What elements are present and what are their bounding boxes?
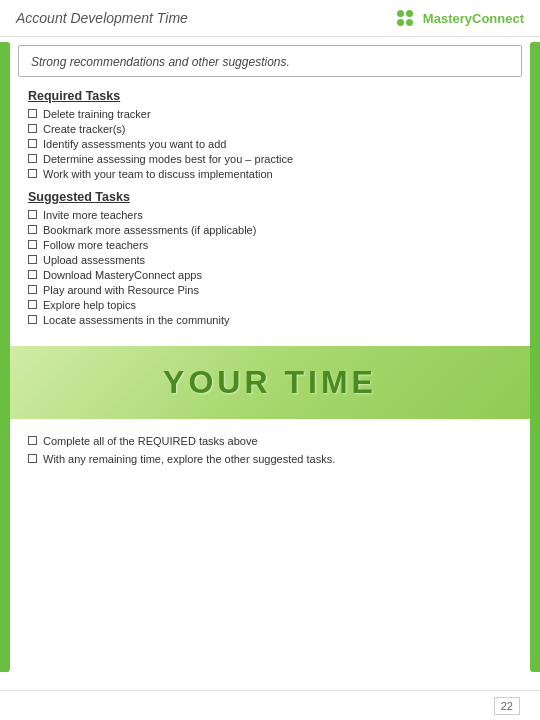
checkbox-icon xyxy=(28,139,37,148)
suggested-tasks-list: Invite more teachers Bookmark more asses… xyxy=(28,209,512,326)
checkbox-icon xyxy=(28,225,37,234)
list-item: Identify assessments you want to add xyxy=(28,138,512,150)
left-accent-bar xyxy=(0,42,10,672)
required-tasks-list: Delete training tracker Create tracker(s… xyxy=(28,108,512,180)
checkbox-icon xyxy=(28,169,37,178)
list-item: Work with your team to discuss implement… xyxy=(28,168,512,180)
list-item: Complete all of the REQUIRED tasks above xyxy=(28,435,512,447)
your-time-section: YOUR TIME xyxy=(0,346,540,419)
list-item: Bookmark more assessments (if applicable… xyxy=(28,224,512,236)
checkbox-icon xyxy=(28,285,37,294)
suggested-tasks-title: Suggested Tasks xyxy=(28,190,512,204)
list-item: Play around with Resource Pins xyxy=(28,284,512,296)
subtitle-text: Strong recommendations and other suggest… xyxy=(31,55,290,69)
logo-text: MasteryConnect xyxy=(423,11,524,26)
list-item: Determine assessing modes best for you –… xyxy=(28,153,512,165)
checkbox-icon xyxy=(28,454,37,463)
checkbox-icon xyxy=(28,154,37,163)
checkbox-icon xyxy=(28,270,37,279)
list-item: Download MasteryConnect apps xyxy=(28,269,512,281)
header-title: Account Development Time xyxy=(16,10,188,26)
main-content: Required Tasks Delete training tracker C… xyxy=(0,85,540,340)
checkbox-icon xyxy=(28,300,37,309)
list-item: Follow more teachers xyxy=(28,239,512,251)
subtitle-bar: Strong recommendations and other suggest… xyxy=(18,45,522,77)
checkbox-icon xyxy=(28,124,37,133)
list-item: Locate assessments in the community xyxy=(28,314,512,326)
checkbox-icon xyxy=(28,240,37,249)
required-tasks-section: Required Tasks Delete training tracker C… xyxy=(28,89,512,180)
logo-icon xyxy=(397,10,417,26)
right-accent-bar xyxy=(530,42,540,672)
required-tasks-title: Required Tasks xyxy=(28,89,512,103)
bottom-tasks-section: Complete all of the REQUIRED tasks above… xyxy=(0,425,540,478)
checkbox-icon xyxy=(28,315,37,324)
suggested-tasks-section: Suggested Tasks Invite more teachers Boo… xyxy=(28,190,512,326)
logo: MasteryConnect xyxy=(397,10,524,26)
checkbox-icon xyxy=(28,109,37,118)
your-time-label: YOUR TIME xyxy=(163,364,377,400)
list-item: Explore help topics xyxy=(28,299,512,311)
header: Account Development Time MasteryConnect xyxy=(0,0,540,37)
list-item: Create tracker(s) xyxy=(28,123,512,135)
list-item: With any remaining time, explore the oth… xyxy=(28,453,512,465)
footer: 22 xyxy=(0,690,540,720)
list-item: Invite more teachers xyxy=(28,209,512,221)
checkbox-icon xyxy=(28,436,37,445)
checkbox-icon xyxy=(28,210,37,219)
checkbox-icon xyxy=(28,255,37,264)
list-item: Delete training tracker xyxy=(28,108,512,120)
list-item: Upload assessments xyxy=(28,254,512,266)
page-number: 22 xyxy=(494,697,520,715)
